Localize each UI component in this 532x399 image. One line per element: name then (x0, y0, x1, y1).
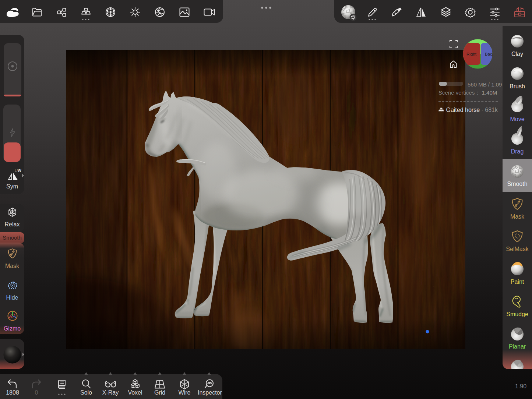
svg-text:Right: Right (466, 52, 477, 56)
svg-text:Back: Back (485, 52, 493, 56)
